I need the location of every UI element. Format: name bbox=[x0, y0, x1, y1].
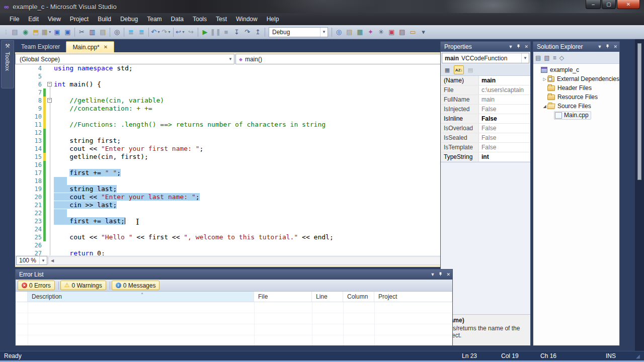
fold-margin[interactable] bbox=[47, 145, 54, 153]
menu-tools[interactable]: Tools bbox=[188, 14, 211, 24]
horizontal-scrollbar[interactable]: ◀ ▶ bbox=[48, 256, 452, 265]
toolbar-grip-icon[interactable]: ⋮ bbox=[4, 29, 8, 35]
property-value[interactable]: int bbox=[479, 152, 530, 161]
fold-margin[interactable] bbox=[47, 88, 54, 97]
code-text[interactable] bbox=[54, 177, 444, 185]
menu-file[interactable]: File bbox=[5, 14, 24, 24]
navigate-forward-icon[interactable]: ↪ bbox=[186, 27, 196, 37]
new-window-icon[interactable]: ▭ bbox=[408, 27, 418, 37]
save-all-icon[interactable]: ▣ bbox=[62, 27, 73, 37]
paste-icon[interactable]: ▤ bbox=[98, 27, 108, 37]
publish-web-icon[interactable]: ◉ bbox=[20, 27, 31, 37]
toolbox-tab[interactable]: ⚒ Toolbox bbox=[1, 40, 14, 88]
code-text[interactable]: cout << "Enter your last name: "; bbox=[54, 193, 444, 201]
navigate-backward-icon[interactable]: ↩▼ bbox=[175, 27, 186, 37]
code-text[interactable]: first += " "; bbox=[54, 169, 444, 177]
fold-margin[interactable] bbox=[47, 233, 54, 241]
debug-configuration-dropdown[interactable]: Debug▼ bbox=[269, 27, 328, 37]
code-text[interactable]: string last; bbox=[54, 185, 444, 193]
indicator-margin[interactable] bbox=[15, 97, 28, 105]
menu-edit[interactable]: Edit bbox=[24, 14, 43, 24]
pin-icon[interactable] bbox=[605, 44, 610, 50]
code-text[interactable]: //concatenation: + += bbox=[54, 105, 444, 113]
undo-icon[interactable]: ↶▼ bbox=[150, 27, 161, 37]
open-file-icon[interactable]: ⬒ bbox=[31, 27, 41, 37]
cut-icon[interactable]: ✂ bbox=[76, 27, 87, 37]
fold-margin[interactable] bbox=[47, 185, 54, 193]
pin-icon[interactable] bbox=[516, 44, 521, 50]
fold-margin[interactable]: − bbox=[47, 97, 54, 105]
close-button[interactable]: ✕ bbox=[617, 0, 640, 9]
property-value[interactable]: False bbox=[479, 143, 530, 152]
close-tab-icon[interactable]: ✕ bbox=[104, 44, 108, 50]
menu-data[interactable]: Data bbox=[167, 14, 188, 24]
scroll-left-icon[interactable]: ◀ bbox=[49, 257, 56, 264]
menu-test[interactable]: Test bbox=[211, 14, 231, 24]
property-row[interactable]: IsInlineFalse bbox=[441, 114, 530, 124]
start-debugging-icon[interactable]: ▶ bbox=[200, 27, 210, 37]
tree-item-resource-files[interactable]: Resource Files bbox=[533, 93, 619, 102]
fold-margin[interactable] bbox=[47, 217, 54, 225]
filter-warnings-button[interactable]: ⚠0 Warnings bbox=[60, 281, 106, 290]
code-text[interactable] bbox=[54, 72, 444, 80]
fold-margin[interactable] bbox=[47, 169, 54, 177]
fold-margin[interactable] bbox=[47, 209, 54, 217]
code-text[interactable]: getline(cin, first); bbox=[54, 153, 444, 161]
property-row[interactable]: IsSealedFalse bbox=[441, 133, 530, 143]
property-value[interactable]: c:\users\captain bbox=[479, 85, 530, 95]
save-icon[interactable]: ▣ bbox=[52, 27, 62, 37]
menu-project[interactable]: Project bbox=[65, 14, 93, 24]
code-text[interactable]: cout << "Enter your first name: "; bbox=[54, 145, 444, 153]
object-dropdown[interactable]: main VCCodeFunction ▼ bbox=[442, 53, 529, 63]
pause-icon[interactable]: ❚❚ bbox=[210, 27, 221, 37]
indicator-margin[interactable] bbox=[15, 193, 28, 201]
menu-view[interactable]: View bbox=[43, 14, 65, 24]
fold-margin[interactable] bbox=[47, 161, 54, 169]
property-row[interactable]: IsInjectedFalse bbox=[441, 105, 530, 114]
fold-margin[interactable] bbox=[47, 64, 54, 72]
indicator-margin[interactable] bbox=[15, 241, 28, 249]
property-row[interactable]: TypeStringint bbox=[441, 152, 530, 162]
code-text[interactable]: first += last; bbox=[54, 217, 444, 225]
close-icon[interactable]: ✕ bbox=[524, 44, 528, 49]
indicator-margin[interactable] bbox=[15, 233, 28, 241]
expander-icon[interactable]: ▷ bbox=[542, 77, 547, 81]
code-text[interactable]: cout << "Hello " << first << ", welcome … bbox=[54, 233, 444, 241]
indicator-margin[interactable] bbox=[15, 225, 28, 233]
add-item-icon[interactable]: ▦▼ bbox=[41, 27, 52, 37]
tree-item-main-cpp[interactable]: Main.cpp bbox=[533, 111, 619, 120]
object-browser-icon[interactable]: ▦ bbox=[355, 27, 365, 37]
close-icon[interactable]: ✕ bbox=[446, 272, 450, 277]
property-value[interactable]: False bbox=[479, 114, 530, 123]
indicator-margin[interactable] bbox=[15, 249, 28, 255]
indicator-margin[interactable] bbox=[15, 72, 28, 80]
property-row[interactable]: IsOverloadFalse bbox=[441, 124, 530, 133]
menu-window[interactable]: Window bbox=[231, 14, 262, 24]
redo-icon[interactable]: ↷▼ bbox=[161, 27, 172, 37]
minimize-button[interactable]: – bbox=[586, 0, 601, 9]
command-window-icon[interactable]: ▤ bbox=[344, 27, 355, 37]
property-row[interactable]: Filec:\users\captain bbox=[441, 85, 530, 95]
error-list-title-bar[interactable]: Error List ▼ ✕ bbox=[16, 269, 452, 280]
properties-icon[interactable]: ▤ bbox=[535, 54, 541, 61]
new-project-icon[interactable]: ▤ bbox=[10, 27, 20, 37]
indicator-margin[interactable] bbox=[15, 137, 28, 145]
menu-debug[interactable]: Debug bbox=[116, 14, 142, 24]
code-text[interactable] bbox=[54, 241, 444, 249]
fold-margin[interactable] bbox=[47, 249, 54, 255]
indicator-margin[interactable] bbox=[15, 209, 28, 217]
step-over-icon[interactable]: ↷ bbox=[242, 27, 253, 37]
fold-margin[interactable] bbox=[47, 113, 54, 121]
window-menu-icon[interactable]: ▼ bbox=[509, 44, 513, 49]
property-value[interactable]: False bbox=[479, 133, 530, 142]
resize-grip-icon[interactable]: ◢ bbox=[636, 353, 644, 359]
column-header-project[interactable]: Project bbox=[374, 292, 452, 302]
fold-margin[interactable] bbox=[47, 72, 54, 80]
code-text[interactable]: using namespace std; bbox=[54, 64, 444, 72]
code-text[interactable]: string first; bbox=[54, 137, 444, 145]
compare-icon[interactable]: ▣ bbox=[386, 27, 397, 37]
outdent-icon[interactable]: ≣ bbox=[136, 27, 147, 37]
menu-build[interactable]: Build bbox=[93, 14, 116, 24]
alphabetical-sort-icon[interactable]: AZ↓ bbox=[454, 65, 464, 74]
indent-icon[interactable]: ≣ bbox=[126, 27, 136, 37]
